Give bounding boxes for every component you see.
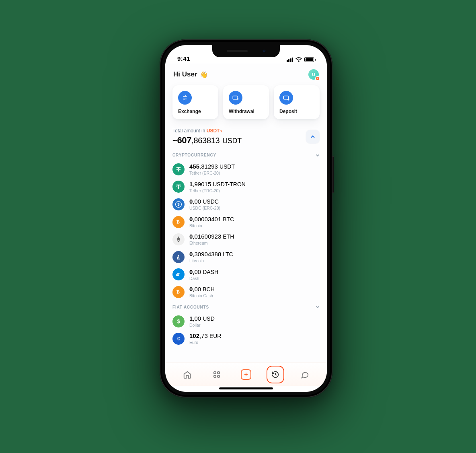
svg-point-6 [217,372,220,374]
asset-info: 1,99015USDT-TRONTether (TRC-20) [189,181,246,194]
total-unit: USDT [220,137,242,145]
asset-row-bch[interactable]: 0,00BCHBitcoin Cash [172,283,320,301]
wifi-icon [295,57,302,62]
usdc-coin-icon [172,198,185,210]
history-icon [271,370,280,379]
chevron-down-icon: ▾ [220,129,222,133]
total-caption-prefix: Total amount in [172,128,207,134]
screen: 9:41 Hi User 👋 U [165,45,327,392]
asset-amount: 1,99015USDT-TRON [189,181,246,188]
asset-amount: 0,00BCH [189,286,215,293]
deposit-label: Deposit [279,109,314,114]
asset-row-usdt-tron[interactable]: 1,99015USDT-TRONTether (TRC-20) [172,178,320,196]
asset-subtitle: Bitcoin [189,223,234,229]
svg-point-8 [217,375,220,378]
asset-info: 102,73EUREuro [189,332,221,345]
chevron-down-icon [316,305,320,309]
usdt2-coin-icon [172,181,185,193]
asset-subtitle: Ethereum [189,241,234,246]
asset-subtitle: Tether (TRC-20) [189,188,246,194]
phone-mockup: 9:41 Hi User 👋 U [160,39,332,397]
asset-info: 455,31293USDTTether (ERC-20) [189,163,235,176]
collapse-button[interactable] [306,130,320,144]
total-row: Total amount in USDT▾ ~607,863813 USDT [172,128,320,146]
currency-selector[interactable]: Total amount in USDT▾ [172,128,242,134]
greeting-row: Hi User 👋 U [173,69,319,80]
btc-coin-icon [172,216,185,228]
dash-coin-icon [172,268,185,280]
avatar-initial: U [312,72,315,77]
asset-subtitle: Litecoin [189,258,233,264]
fiat-section-header[interactable]: FIAT ACCOUNTS [172,305,320,309]
wave-emoji-icon: 👋 [200,71,208,78]
asset-info: 0,01600923ETHEthereum [189,233,234,246]
plus-icon: + [241,369,251,380]
ltc-coin-icon [172,251,185,263]
withdrawal-label: Withdrawal [229,109,263,114]
battery-icon [304,57,316,62]
asset-subtitle: Euro [189,340,221,345]
asset-row-eur[interactable]: €102,73EUREuro [172,330,320,348]
tab-home[interactable] [178,366,196,383]
asset-info: 1,00USDDollar [189,315,215,328]
bottom-nav: + [165,362,327,392]
front-camera [262,49,266,53]
asset-row-eth[interactable]: 0,01600923ETHEthereum [172,231,320,248]
greeting-text: Hi User [173,70,197,78]
tab-history[interactable] [267,366,284,383]
cellular-icon [287,58,293,62]
tab-bar: + [165,362,327,386]
greeting: Hi User 👋 [173,70,208,78]
exchange-button[interactable]: Exchange [172,85,218,119]
eur-coin-icon: € [172,333,185,345]
approx-sign: ~ [172,136,177,145]
asset-row-ltc[interactable]: 0,30904388LTCLitecoin [172,248,320,266]
usdt-coin-icon [172,163,185,175]
chevron-up-icon [310,134,315,139]
deposit-icon [279,91,293,105]
tab-apps[interactable] [208,366,226,383]
bch-coin-icon [172,286,185,298]
phone-side-button [332,156,334,193]
crypto-section-title: CRYPTOCURRENCY [172,153,216,157]
asset-amount: 0,00003401BTC [189,216,234,223]
total-currency: USDT [207,128,220,134]
usd-coin-icon: $ [172,315,185,327]
asset-subtitle: Dollar [189,323,215,328]
asset-subtitle: USDC (ERC-20) [189,206,220,211]
asset-amount: 1,00USD [189,315,215,322]
asset-amount: 455,31293USDT [189,163,235,170]
crypto-section-header[interactable]: CRYPTOCURRENCY [172,153,320,157]
withdrawal-icon [229,91,242,105]
asset-info: 0,00BCHBitcoin Cash [189,286,215,299]
deposit-button[interactable]: Deposit [274,85,320,119]
asset-row-btc[interactable]: 0,00003401BTCBitcoin [172,213,320,231]
status-icons [287,57,316,62]
total-post: 863813 [193,136,220,145]
asset-row-dash[interactable]: 0,00DASHDash [172,266,320,284]
notch [212,45,280,57]
app-content: Hi User 👋 U Exchange [165,64,327,362]
asset-amount: 0,00DASH [189,268,218,276]
asset-row-usdc[interactable]: 0,00USDCUSDC (ERC-20) [172,196,320,213]
svg-text:$: $ [177,318,180,324]
asset-row-usd[interactable]: $1,00USDDollar [172,313,320,330]
home-indicator [219,387,273,389]
asset-info: 0,30904388LTCLitecoin [189,251,233,264]
asset-row-usdt[interactable]: 455,31293USDTTether (ERC-20) [172,161,320,178]
asset-info: 0,00USDCUSDC (ERC-20) [189,198,220,211]
asset-subtitle: Dash [189,276,218,281]
asset-subtitle: Bitcoin Cash [189,293,215,299]
total-pre: 607 [177,135,191,145]
asset-info: 0,00DASHDash [189,268,218,281]
asset-amount: 0,30904388LTC [189,251,233,258]
status-time: 9:41 [177,55,190,62]
eth-coin-icon [172,233,185,245]
avatar[interactable]: U [308,69,319,80]
asset-info: 0,00003401BTCBitcoin [189,216,234,229]
tab-chat[interactable] [296,366,314,383]
exchange-icon [178,91,192,105]
fiat-section-title: FIAT ACCOUNTS [172,305,209,309]
tab-add[interactable]: + [237,366,255,383]
withdrawal-button[interactable]: Withdrawal [223,85,269,119]
